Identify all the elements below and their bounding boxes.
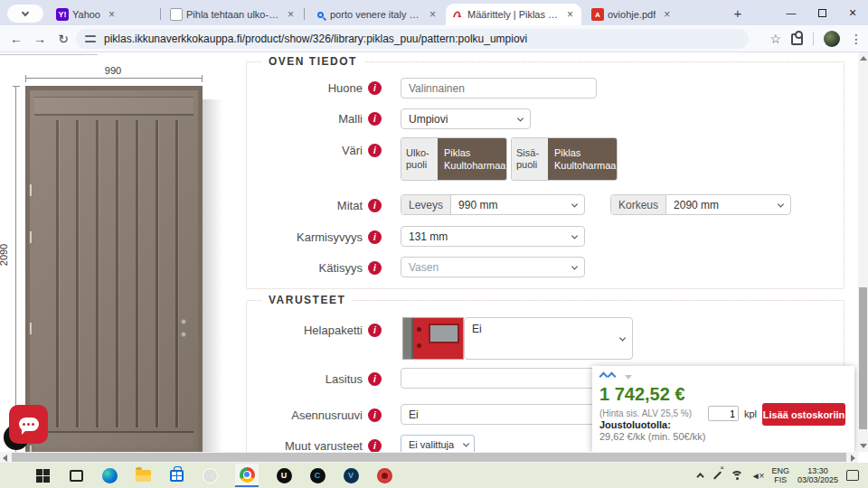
korkeus-select[interactable]: Korkeus 2090 mm — [610, 194, 791, 215]
color-swatch-inner[interactable]: Sisä-puoli Piklas Kuultoharmaa — [511, 137, 618, 181]
width-dimension-line — [25, 78, 203, 79]
korkeus-label: Korkeus — [611, 195, 666, 214]
chat-button[interactable] — [9, 405, 48, 444]
profile-avatar[interactable] — [824, 31, 840, 47]
extensions-icon[interactable] — [791, 33, 803, 45]
task-view-button[interactable] — [68, 467, 84, 483]
file-explorer-button[interactable] — [135, 467, 151, 483]
window-close-button[interactable]: × — [837, 0, 868, 25]
quantity-input[interactable] — [708, 406, 739, 421]
back-button[interactable]: ← — [7, 30, 25, 48]
tab-close-icon[interactable]: × — [427, 8, 439, 21]
color-swatch-outer[interactable]: Ulko-puoli Piklas Kuultoharmaa — [401, 137, 507, 181]
tab-pihla[interactable]: Pihla tehtaan ulko-ovi tehda × — [165, 4, 302, 25]
yahoo-favicon-icon: Y! — [56, 8, 69, 21]
chevron-up-icon — [608, 372, 617, 381]
pen-icon[interactable] — [713, 471, 722, 479]
collapse-panel-button[interactable] — [600, 373, 615, 380]
tab-pdf[interactable]: A oviohje.pdf × — [586, 4, 722, 25]
leveys-select[interactable]: Leveys 990 mm — [401, 194, 585, 215]
ubisoft-app-button[interactable]: U — [276, 467, 292, 483]
window-maximize-button[interactable] — [807, 0, 837, 25]
malli-select[interactable]: Umpiovi — [401, 108, 531, 129]
window-minimize-button[interactable]: — — [776, 0, 807, 25]
hidden-icons-chevron[interactable] — [696, 473, 703, 480]
action-center-icon[interactable] — [846, 470, 859, 481]
scroll-left-arrow[interactable] — [3, 455, 7, 462]
swatch-side-label: Ulko-puoli — [401, 138, 438, 180]
c-app-button[interactable]: C — [309, 467, 326, 483]
info-icon[interactable]: i — [368, 81, 382, 95]
browser-menu-icon[interactable]: ⋮ — [850, 32, 863, 46]
red-app-button[interactable] — [376, 467, 392, 483]
maximize-icon — [818, 9, 826, 17]
tab-close-icon[interactable]: × — [564, 8, 576, 21]
credit-value: 29,62 €/kk (min. 50€/kk) — [599, 431, 705, 442]
door-lock-knob — [181, 332, 186, 337]
volume-muted-icon[interactable]: ◄× — [751, 471, 764, 481]
swatch-color-name: Piklas Kuultoharmaa — [548, 138, 617, 180]
chrome-icon — [240, 467, 255, 483]
horizontal-scrollbar[interactable] — [0, 452, 858, 463]
wifi-icon[interactable] — [731, 471, 743, 480]
field-label: Karmisyvyys — [297, 230, 363, 244]
horizontal-scrollbar-thumb[interactable] — [12, 453, 846, 462]
info-icon[interactable]: i — [368, 408, 382, 422]
door-hinge — [29, 230, 33, 244]
add-to-cart-button[interactable]: Lisää ostoskoriin — [762, 403, 845, 426]
chrome-taskbar-button-active[interactable] — [235, 464, 259, 487]
tab-search-button[interactable] — [7, 5, 43, 23]
door-lock-knob — [181, 319, 186, 324]
tab-piklas-active[interactable]: Määrittely | Piklas | Ikkunat j × — [446, 4, 581, 25]
width-dimension-label: 990 — [90, 65, 136, 76]
tab-close-icon[interactable]: × — [285, 8, 297, 21]
info-icon[interactable]: i — [368, 261, 382, 275]
scroll-up-arrow[interactable] — [860, 56, 867, 61]
vertical-scrollbar[interactable] — [858, 52, 868, 452]
katisyys-select[interactable]: Vasen — [401, 257, 585, 277]
store-icon — [170, 470, 184, 482]
scroll-right-arrow[interactable] — [851, 455, 855, 462]
bookmark-star-icon[interactable]: ☆ — [769, 32, 781, 46]
new-tab-button[interactable]: + — [728, 5, 748, 24]
field-label: Kätisyys — [319, 261, 363, 275]
select-value: Umpiovi — [401, 113, 455, 126]
reload-button[interactable]: ↻ — [54, 30, 72, 48]
tab-close-icon[interactable]: × — [661, 8, 673, 21]
select-value: 990 mm — [451, 199, 505, 211]
v-app-button[interactable]: V — [343, 467, 359, 483]
info-icon[interactable]: i — [368, 439, 382, 453]
vertical-scrollbar-thumb[interactable] — [859, 287, 867, 429]
tab-search-result[interactable]: porto venere italy - Search × — [308, 4, 444, 25]
field-label: Mitat — [337, 199, 363, 212]
page-viewport: 990 2090 OVEN TIEDOT Huone i Malli i — [0, 52, 868, 463]
info-icon[interactable]: i — [368, 372, 382, 386]
info-icon[interactable]: i — [368, 230, 382, 244]
site-settings-icon[interactable] — [85, 34, 96, 43]
chevron-down-icon — [571, 263, 578, 269]
microsoft-store-button[interactable] — [168, 467, 184, 483]
huone-input[interactable] — [401, 78, 597, 99]
clock[interactable]: 13:30 03/03/2025 — [797, 466, 838, 484]
edge-taskbar-button[interactable] — [101, 467, 118, 483]
hp-app-button[interactable]: hp — [202, 467, 218, 483]
address-bar[interactable]: piklas.ikkunaverkkokauppa.fi/product/sho… — [76, 29, 749, 49]
caret-down-icon[interactable] — [625, 375, 632, 380]
info-icon[interactable]: i — [368, 199, 382, 212]
info-icon[interactable]: i — [368, 112, 382, 126]
info-icon[interactable]: i — [368, 144, 382, 157]
page-favicon-icon — [170, 8, 183, 21]
start-button[interactable] — [34, 467, 51, 483]
forward-button[interactable]: → — [31, 30, 49, 48]
info-icon[interactable]: i — [368, 324, 382, 337]
karmisyvyys-select[interactable]: 131 mm — [401, 226, 585, 247]
helapaketti-select[interactable]: Ei — [464, 317, 633, 360]
tab-close-icon[interactable]: × — [106, 8, 118, 21]
select-value: Vasen — [401, 261, 446, 274]
door-bottom-rail — [34, 431, 193, 447]
field-label: Huone — [328, 81, 363, 95]
scroll-down-arrow[interactable] — [860, 444, 867, 448]
field-label: Lasitus — [326, 372, 363, 386]
tab-yahoo[interactable]: Y! Yahoo × — [51, 4, 159, 25]
language-indicator[interactable]: ENG FIS — [771, 466, 789, 484]
